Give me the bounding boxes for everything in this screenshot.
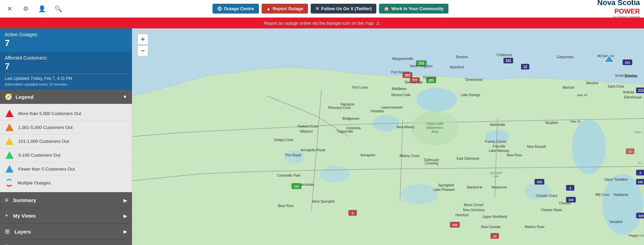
svg-text:Chester Basin: Chester Basin	[541, 208, 562, 212]
triangle-orange-icon	[5, 124, 14, 131]
svg-text:West Springhill: West Springhill	[312, 200, 335, 203]
outage-centre-button[interactable]: ⏻ Outage Centre	[213, 4, 259, 14]
svg-point-8	[401, 184, 438, 204]
svg-text:Lawrencetown: Lawrencetown	[381, 106, 403, 109]
svg-point-6	[284, 150, 305, 164]
active-outages-label: Active Outages:	[5, 32, 127, 37]
svg-text:Wilderness: Wilderness	[426, 126, 443, 130]
legend-label-5-100: 5-100 Customers Out	[18, 153, 60, 158]
logo: Nova Scotia POWER An Emera Company	[597, 0, 640, 19]
follow-twitter-button[interactable]: ✕ Follow Us On X (Twitter)	[311, 4, 376, 14]
community-icon: 🏠	[384, 6, 389, 11]
work-community-button[interactable]: 🏠 Work In Your Community	[379, 4, 448, 14]
svg-text:Upper Northfield: Upper Northfield	[483, 215, 507, 219]
alert-message: Report an outage online via the triangle…	[264, 21, 373, 26]
svg-text:215: 215	[638, 89, 644, 92]
report-outage-label: Report Outage	[273, 6, 303, 11]
svg-text:New Albany: New Albany	[397, 125, 415, 129]
svg-text:3: 3	[639, 171, 641, 175]
svg-point-5	[572, 120, 606, 174]
summary-chevron-icon: ▶	[124, 198, 127, 203]
svg-text:Spa Springs: Spa Springs	[404, 80, 423, 84]
svg-point-2	[416, 88, 457, 111]
settings-icon[interactable]: ⚙	[20, 3, 31, 14]
svg-text:329: 329	[638, 214, 643, 218]
svg-text:Cloud Lake: Cloud Lake	[426, 122, 444, 126]
logo-nova: Nova Scotia	[597, 0, 640, 7]
svg-text:Springhill: Springhill	[489, 171, 502, 175]
svg-text:Cornwallis Park: Cornwallis Park	[277, 174, 301, 177]
sidebar: Active Outages: 7 Affected Customers: 7 …	[0, 28, 132, 245]
map-controls: + −	[137, 34, 148, 56]
multi-outage-icon	[5, 179, 13, 186]
active-outages-panel: Active Outages: 7	[0, 28, 132, 52]
close-icon[interactable]: ✕	[4, 3, 15, 14]
person-icon[interactable]: 👤	[37, 3, 47, 14]
svg-text:101: 101	[294, 185, 299, 188]
my-views-icon: +	[5, 212, 8, 219]
affected-customers-value: 7	[5, 61, 127, 72]
svg-text:Hwy 14: Hwy 14	[577, 93, 587, 97]
svg-text:8: 8	[352, 211, 353, 215]
svg-text:10: 10	[493, 235, 496, 238]
svg-text:Paradise: Paradise	[371, 109, 384, 113]
svg-text:Hwy 14: Hwy 14	[570, 120, 580, 123]
legend-header[interactable]: 🧭 Legend ▼	[0, 90, 132, 104]
legend-item-1001-5000: 1,001-5,000 Customers Out	[0, 120, 132, 134]
svg-text:12: 12	[523, 65, 527, 69]
svg-text:103: 103	[568, 198, 573, 202]
svg-text:Stanburne: Stanburne	[467, 185, 483, 189]
warning-icon: ⚠	[376, 20, 380, 26]
svg-point-7	[320, 165, 350, 182]
twitter-icon: ✕	[315, 6, 319, 11]
svg-text:Margaretsville: Margaretsville	[392, 57, 414, 61]
zoom-in-button[interactable]: +	[137, 34, 148, 45]
outage-centre-label: Outage Centre	[224, 6, 254, 11]
my-views-section-header[interactable]: + My Views ▶	[0, 208, 132, 223]
triangle-red-icon	[5, 110, 14, 117]
last-updated: Last Updated: Friday, Feb 7, 4:31 PM	[5, 76, 127, 81]
svg-text:Aylesford: Aylesford	[450, 65, 464, 69]
svg-text:Lake George: Lake George	[461, 93, 480, 97]
legend-item-5-100: 5-100 Customers Out	[0, 148, 132, 162]
svg-text:Tupperville: Tupperville	[337, 130, 353, 133]
svg-text:New Ross: New Ross	[507, 153, 522, 157]
svg-text:329: 329	[537, 180, 542, 184]
svg-text:101: 101	[506, 59, 511, 63]
legend-label-fewer-5: Fewer than 5 Customers Out	[18, 166, 75, 172]
zoom-out-button[interactable]: −	[137, 45, 148, 56]
svg-text:Parkers Cove: Parkers Cove	[298, 125, 318, 128]
svg-text:Barss Corner: Barss Corner	[464, 203, 484, 207]
report-outage-icon: ▲	[266, 6, 271, 11]
svg-text:Lake: Lake	[492, 175, 499, 178]
search-icon[interactable]: 🔍	[53, 3, 64, 14]
legend-item-5000: More than 5,000 Customers Out	[0, 107, 132, 120]
svg-text:Mill Cove: Mill Cove	[595, 193, 609, 197]
svg-text:Crossing: Crossing	[425, 161, 438, 165]
alert-bar: Report an outage online via the triangle…	[0, 18, 644, 28]
layers-section-header[interactable]: ⊞ Layers ▶	[0, 223, 132, 239]
legend-chevron-icon: ▼	[123, 94, 127, 99]
header-bar: ✕ ⚙ 👤 🔍 ⏻ Outage Centre ▲ Report Outage …	[0, 0, 644, 18]
map-svg: 101 362 221 201 101 12 215 Cloud Lake Wi…	[132, 28, 644, 245]
outage-centre-icon: ⏻	[217, 6, 222, 11]
svg-text:Hillsburn: Hillsburn	[300, 130, 313, 133]
main-content: Active Outages: 7 Affected Customers: 7 …	[0, 28, 644, 245]
svg-text:Upper Tantallon: Upper Tantallon	[604, 178, 628, 181]
my-views-chevron-icon: ▶	[124, 213, 127, 219]
svg-text:Tantallon: Tantallon	[609, 220, 623, 224]
svg-text:Coldbrook: Coldbrook	[496, 53, 512, 57]
svg-text:New Canada: New Canada	[481, 225, 501, 229]
legend-item-fewer-5: Fewer than 5 Customers Out	[0, 162, 132, 176]
summary-section-header[interactable]: ≡ Summary ▶	[0, 192, 132, 208]
svg-text:Phinneys Cove: Phinneys Cove	[328, 106, 351, 110]
svg-text:103: 103	[638, 180, 643, 184]
help-section-header[interactable]: ? Help	[0, 239, 132, 245]
svg-text:3: 3	[629, 150, 631, 153]
report-outage-button[interactable]: ▲ Report Outage	[262, 4, 308, 14]
svg-text:Vaughan: Vaughan	[545, 121, 558, 125]
svg-text:Hubbards: Hubbards	[614, 193, 628, 197]
legend-label-5000: More than 5,000 Customers Out	[18, 111, 81, 116]
map-container[interactable]: + −	[132, 28, 644, 245]
legend-label-1001-5000: 1,001-5,000 Customers Out	[18, 125, 72, 130]
